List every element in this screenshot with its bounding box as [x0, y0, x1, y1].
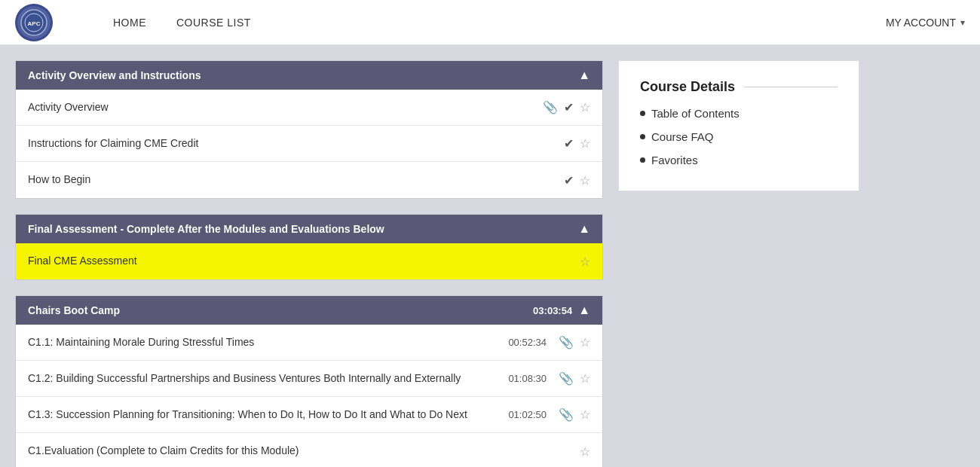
row-duration: 01:08:30 — [508, 373, 547, 384]
nav-home[interactable]: HOME — [113, 17, 146, 29]
section-activity-overview: Activity Overview and Instructions ▲ Act… — [15, 60, 603, 199]
row-actions: ✔ ☆ — [564, 173, 590, 188]
row-title: Activity Overview — [28, 100, 535, 115]
star-icon[interactable]: ☆ — [580, 444, 590, 459]
main-content: Activity Overview and Instructions ▲ Act… — [0, 45, 980, 467]
table-row[interactable]: Activity Overview 📎 ✔ ☆ — [16, 90, 602, 126]
list-item[interactable]: Course FAQ — [640, 130, 838, 143]
check-icon[interactable]: ✔ — [564, 100, 574, 114]
row-actions: ✔ ☆ — [564, 136, 590, 151]
main-nav: HOME COURSE LIST — [113, 17, 251, 29]
row-actions: ☆ — [580, 444, 590, 459]
course-details-heading: Course Details — [640, 79, 735, 95]
row-title: C1.1: Maintaining Morale During Stressfu… — [28, 335, 501, 350]
row-actions: ☆ — [580, 255, 590, 269]
clip-icon[interactable]: 📎 — [559, 371, 574, 386]
course-details-title: Course Details — [640, 79, 838, 95]
logo[interactable]: APC — [15, 4, 53, 41]
star-icon[interactable]: ☆ — [580, 100, 590, 114]
header: APC HOME COURSE LIST MY ACCOUNT ▾ — [0, 0, 980, 45]
section-title-chairs-boot-camp: Chairs Boot Camp — [28, 304, 533, 316]
section-header-final-assessment[interactable]: Final Assessment - Complete After the Mo… — [16, 215, 602, 243]
star-icon[interactable]: ☆ — [580, 335, 590, 349]
chevron-down-icon: ▾ — [960, 17, 965, 28]
star-icon[interactable]: ☆ — [580, 371, 590, 386]
section-header-right-final-assessment: ▲ — [578, 222, 590, 236]
section-title-final-assessment: Final Assessment - Complete After the Mo… — [28, 223, 578, 235]
table-row[interactable]: Instructions for Claiming CME Credit ✔ ☆ — [16, 126, 602, 162]
right-column: Course Details Table of Contents Course … — [618, 60, 859, 467]
collapse-icon-activity-overview[interactable]: ▲ — [578, 69, 590, 82]
clip-icon[interactable]: 📎 — [543, 100, 558, 114]
table-row[interactable]: C1.Evaluation (Complete to Claim Credits… — [16, 433, 602, 467]
bullet-icon — [640, 157, 645, 163]
star-icon[interactable]: ☆ — [580, 407, 590, 422]
table-row[interactable]: C1.3: Succession Planning for Transition… — [16, 397, 602, 433]
check-icon[interactable]: ✔ — [564, 136, 574, 151]
row-title: C1.Evaluation (Complete to Claim Credits… — [28, 444, 572, 459]
row-duration: 00:52:34 — [508, 337, 547, 348]
table-row[interactable]: C1.1: Maintaining Morale During Stressfu… — [16, 325, 602, 361]
list-item[interactable]: Favorites — [640, 154, 838, 166]
left-column: Activity Overview and Instructions ▲ Act… — [15, 60, 603, 467]
course-details-list: Table of Contents Course FAQ Favorites — [640, 107, 838, 166]
collapse-icon-chairs-boot-camp[interactable]: ▲ — [578, 304, 590, 317]
row-actions: 01:08:30 📎 ☆ — [508, 371, 590, 386]
section-header-chairs-boot-camp[interactable]: Chairs Boot Camp 03:03:54 ▲ — [16, 296, 602, 325]
clip-icon[interactable]: 📎 — [559, 335, 574, 349]
row-title: C1.2: Building Successful Partnerships a… — [28, 371, 501, 386]
list-item[interactable]: Table of Contents — [640, 107, 838, 120]
collapse-icon-final-assessment[interactable]: ▲ — [578, 222, 590, 236]
star-icon[interactable]: ☆ — [580, 173, 590, 188]
row-title: Instructions for Claiming CME Credit — [28, 136, 556, 151]
my-account-menu[interactable]: MY ACCOUNT ▾ — [886, 17, 965, 29]
section-chairs-boot-camp: Chairs Boot Camp 03:03:54 ▲ C1.1: Mainta… — [15, 295, 603, 467]
row-actions: 00:52:34 📎 ☆ — [508, 335, 590, 349]
course-details-card: Course Details Table of Contents Course … — [618, 60, 859, 191]
clip-icon[interactable]: 📎 — [559, 407, 574, 422]
row-title: How to Begin — [28, 172, 556, 188]
svg-text:APC: APC — [28, 20, 41, 27]
section-final-assessment: Final Assessment - Complete After the Mo… — [15, 214, 603, 280]
star-icon[interactable]: ☆ — [580, 255, 590, 269]
row-actions: 📎 ✔ ☆ — [543, 100, 590, 114]
section-header-right-activity-overview: ▲ — [578, 69, 590, 82]
row-actions: 01:02:50 📎 ☆ — [508, 407, 590, 422]
table-row[interactable]: Final CME Assessment ☆ — [16, 243, 602, 279]
section-header-right-chairs-boot-camp: 03:03:54 ▲ — [533, 304, 590, 317]
table-row[interactable]: C1.2: Building Successful Partnerships a… — [16, 361, 602, 397]
list-item-label: Favorites — [651, 154, 698, 166]
list-item-label: Table of Contents — [651, 107, 740, 120]
section-title-activity-overview: Activity Overview and Instructions — [28, 69, 578, 81]
row-title: Final CME Assessment — [28, 254, 572, 269]
check-icon[interactable]: ✔ — [564, 173, 574, 188]
nav-course-list[interactable]: COURSE LIST — [176, 17, 251, 29]
title-divider — [744, 87, 838, 87]
star-icon[interactable]: ☆ — [580, 136, 590, 151]
table-row[interactable]: How to Begin ✔ ☆ — [16, 162, 602, 198]
list-item-label: Course FAQ — [651, 130, 714, 143]
section-header-activity-overview[interactable]: Activity Overview and Instructions ▲ — [16, 61, 602, 90]
bullet-icon — [640, 111, 645, 116]
bullet-icon — [640, 134, 645, 139]
my-account-label: MY ACCOUNT — [886, 17, 956, 29]
row-title: C1.3: Succession Planning for Transition… — [28, 407, 501, 423]
section-duration: 03:03:54 — [533, 305, 572, 316]
row-duration: 01:02:50 — [508, 409, 547, 420]
